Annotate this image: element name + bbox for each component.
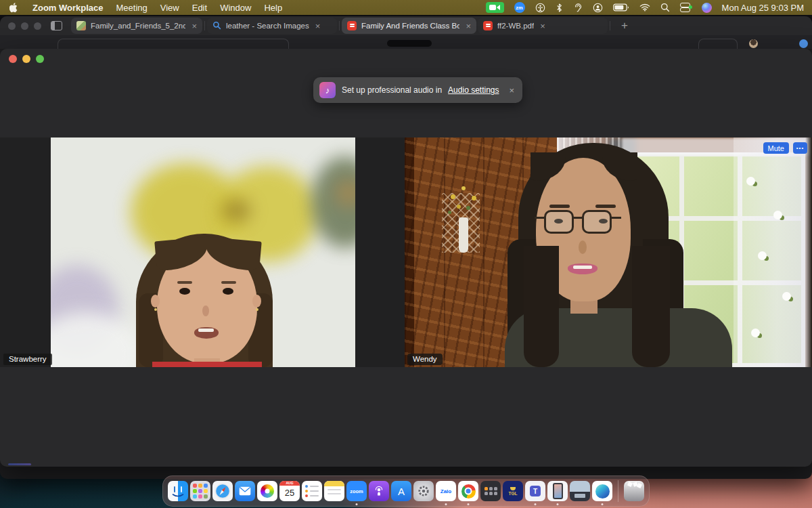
dock-iphone-mirroring-icon[interactable] (547, 481, 568, 501)
tab-close-icon[interactable]: × (191, 21, 197, 31)
dock-zoom-icon[interactable]: zoom (346, 481, 367, 501)
menu-window[interactable]: Window (220, 3, 251, 13)
girl-earring (256, 308, 258, 311)
toolbar-button-partial[interactable] (698, 39, 738, 49)
girl-ear (151, 295, 160, 308)
running-indicator (356, 503, 358, 505)
menu-meeting[interactable]: Meeting (116, 3, 148, 13)
tgl-wordmark: TGL (509, 491, 518, 496)
tab-close-icon[interactable]: × (315, 21, 321, 31)
browser-close-button[interactable] (8, 22, 16, 30)
spotlight-search-icon[interactable] (660, 3, 670, 12)
dock-tgl-icon[interactable]: TGL (503, 481, 523, 501)
apple-icon[interactable] (9, 3, 18, 13)
zalo-wordmark: Zalo (441, 488, 451, 494)
zoom-menubar-icon[interactable]: zm (514, 2, 525, 13)
calendar-day: 25 (279, 486, 300, 500)
girl-eye (179, 288, 190, 295)
pdf-icon (347, 21, 357, 30)
tab-close-icon[interactable]: × (540, 21, 545, 31)
audio-settings-link[interactable]: Audio settings (448, 85, 499, 95)
sidebar-toggle-icon[interactable] (51, 21, 62, 30)
running-indicator (468, 503, 470, 505)
bluetooth-icon[interactable] (556, 3, 563, 13)
dock-finder-icon[interactable] (168, 481, 188, 501)
dock-podcasts-icon[interactable] (369, 481, 389, 501)
tab-class-book-pdf[interactable]: Family And Friends Class Book × (342, 18, 476, 34)
profile-avatar[interactable] (749, 39, 758, 48)
screen-mirroring-icon[interactable] (680, 3, 692, 12)
page-thumbnail-favicon (76, 21, 86, 30)
calendar-month: AUG (279, 481, 300, 486)
dock-chrome-icon[interactable] (458, 481, 478, 501)
participant-tile-strawberry[interactable]: Strawberry (0, 137, 405, 367)
tgl-lamp-glyph (510, 487, 516, 490)
wendy-teeth (573, 266, 592, 269)
tab-leather-search[interactable]: leather - Search Images × (207, 18, 337, 34)
camera-lens-icon (497, 5, 500, 10)
mute-button[interactable]: Mute (763, 142, 789, 154)
menu-edit[interactable]: Edit (192, 3, 207, 13)
menu-app-name[interactable]: Zoom Workplace (32, 3, 104, 13)
participant-tile-wendy[interactable]: Wendy Mute ••• (405, 137, 812, 367)
dock-calculator-icon[interactable] (480, 481, 501, 501)
mirroring-active-dot (689, 5, 692, 9)
iphone-shape (553, 483, 563, 499)
dock-reminders-icon[interactable] (302, 481, 322, 501)
dock: AUG 25 zoom A Zalo TGL T (162, 475, 650, 507)
menu-help[interactable]: Help (264, 3, 282, 13)
user-account-icon[interactable] (593, 3, 603, 13)
tab-separator (339, 21, 340, 30)
siri-icon[interactable] (702, 3, 712, 13)
curtain-flower (758, 251, 767, 260)
wendy-hair-front (632, 246, 670, 367)
toast-close-icon[interactable]: × (510, 85, 515, 96)
menu-view[interactable]: View (160, 3, 179, 13)
browser-zoom-button[interactable] (34, 22, 41, 30)
dock-notes-icon[interactable] (324, 481, 344, 501)
chrome-logo (461, 484, 476, 499)
extension-icon[interactable] (799, 39, 808, 48)
browser-minimize-button[interactable] (21, 22, 28, 30)
accessibility-icon[interactable] (535, 3, 545, 13)
tab-title: Family And Friends Class Book (361, 22, 459, 30)
menubar-clock[interactable]: Mon Aug 25 9:03 PM (722, 3, 804, 13)
dock-appstore-icon[interactable]: A (391, 481, 411, 501)
dock-photos-icon[interactable] (257, 481, 277, 501)
camera-active-indicator[interactable] (486, 2, 504, 13)
more-options-button[interactable]: ••• (793, 142, 807, 154)
glasses-arm (535, 217, 544, 219)
dock-zalo-icon[interactable]: Zalo (436, 481, 456, 501)
battery-icon[interactable] (613, 3, 629, 12)
address-bar-partial[interactable] (58, 39, 289, 49)
running-indicator (602, 503, 604, 505)
search-favicon (212, 21, 221, 31)
dock-safari-icon[interactable] (212, 481, 233, 501)
wifi-icon[interactable] (639, 3, 650, 12)
sidebar-toggle-fill (51, 22, 55, 30)
window-minimize-button[interactable] (22, 55, 30, 63)
window-close-button[interactable] (9, 55, 17, 63)
dock-launchpad-icon[interactable] (190, 481, 210, 501)
browser-tabs: Family_and_Friends_5_2nd_SB × leather - … (70, 16, 628, 35)
dock-desktop-preview-icon[interactable] (570, 481, 590, 501)
dock-separator (618, 480, 618, 502)
dock-mail-icon[interactable] (235, 481, 255, 501)
dock-settings-icon[interactable] (413, 481, 434, 501)
tab-family-and-friends-sb[interactable]: Family_and_Friends_5_2nd_SB × (71, 18, 202, 34)
browser-toolbar-partial (0, 35, 812, 49)
new-tab-button[interactable]: + (621, 19, 628, 33)
tab-close-icon[interactable]: × (466, 21, 471, 31)
dock-calendar-icon[interactable]: AUG 25 (279, 481, 300, 501)
dock-trash-icon[interactable] (624, 481, 644, 501)
window-fullscreen-button[interactable] (36, 55, 44, 63)
menu-bar-left: Zoom Workplace Meeting View Edit Window … (0, 3, 282, 13)
tab-ff2-wb-pdf[interactable]: ff2-WB.pdf × (478, 18, 608, 34)
appstore-letter: A (398, 486, 405, 497)
hearing-icon[interactable] (573, 3, 583, 13)
girl-red-shirt (152, 362, 262, 367)
dock-teams-icon[interactable]: T (525, 481, 545, 501)
dock-edge-icon[interactable] (592, 481, 612, 501)
wendy-video (405, 137, 812, 367)
wendy-smile (568, 263, 597, 274)
